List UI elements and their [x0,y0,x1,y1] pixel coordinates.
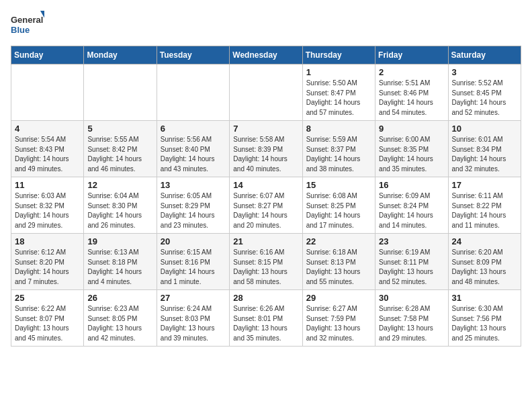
day-info: Sunrise: 6:22 AM Sunset: 8:07 PM Dayligh… [15,304,80,343]
day-number: 19 [87,236,152,246]
calendar-cell: 31Sunrise: 6:30 AM Sunset: 7:56 PM Dayli… [448,290,521,347]
day-info: Sunrise: 5:50 AM Sunset: 8:47 PM Dayligh… [306,79,371,118]
page-header: General Blue [11,11,521,39]
calendar-cell: 3Sunrise: 5:52 AM Sunset: 8:45 PM Daylig… [448,64,521,121]
day-number: 18 [15,236,80,246]
svg-text:Blue: Blue [11,25,30,35]
day-info: Sunrise: 6:27 AM Sunset: 7:59 PM Dayligh… [306,304,371,343]
calendar-cell: 30Sunrise: 6:28 AM Sunset: 7:58 PM Dayli… [375,290,448,347]
calendar-cell: 6Sunrise: 5:56 AM Sunset: 8:40 PM Daylig… [157,121,229,177]
day-number: 22 [306,236,371,246]
day-info: Sunrise: 5:58 AM Sunset: 8:39 PM Dayligh… [233,135,298,174]
day-info: Sunrise: 5:52 AM Sunset: 8:45 PM Dayligh… [452,79,517,118]
dow-header: Tuesday [157,46,229,64]
day-info: Sunrise: 6:18 AM Sunset: 8:13 PM Dayligh… [306,248,371,287]
calendar-cell: 11Sunrise: 6:03 AM Sunset: 8:32 PM Dayli… [11,177,84,234]
calendar-cell: 23Sunrise: 6:19 AM Sunset: 8:11 PM Dayli… [375,234,448,290]
calendar-cell: 1Sunrise: 5:50 AM Sunset: 8:47 PM Daylig… [302,64,375,121]
day-number: 2 [379,67,444,77]
dow-header: Monday [84,46,157,64]
day-info: Sunrise: 5:51 AM Sunset: 8:46 PM Dayligh… [379,79,444,118]
calendar-cell: 7Sunrise: 5:58 AM Sunset: 8:39 PM Daylig… [230,121,302,177]
logo: General Blue [11,11,44,39]
calendar-cell: 17Sunrise: 6:11 AM Sunset: 8:22 PM Dayli… [448,177,521,234]
day-info: Sunrise: 6:28 AM Sunset: 7:58 PM Dayligh… [379,304,444,343]
calendar-cell: 27Sunrise: 6:24 AM Sunset: 8:03 PM Dayli… [157,290,229,347]
calendar-cell: 25Sunrise: 6:22 AM Sunset: 8:07 PM Dayli… [11,290,84,347]
day-info: Sunrise: 6:23 AM Sunset: 8:05 PM Dayligh… [87,304,152,343]
day-info: Sunrise: 6:24 AM Sunset: 8:03 PM Dayligh… [161,304,226,343]
day-number: 11 [15,180,80,190]
calendar-cell: 26Sunrise: 6:23 AM Sunset: 8:05 PM Dayli… [84,290,157,347]
calendar-cell: 2Sunrise: 5:51 AM Sunset: 8:46 PM Daylig… [375,64,448,121]
day-number: 21 [233,236,298,246]
calendar-cell [84,64,157,121]
day-number: 28 [233,293,298,303]
day-number: 15 [306,180,371,190]
calendar-cell: 13Sunrise: 6:05 AM Sunset: 8:29 PM Dayli… [157,177,229,234]
calendar-cell: 9Sunrise: 6:00 AM Sunset: 8:35 PM Daylig… [375,121,448,177]
day-info: Sunrise: 6:00 AM Sunset: 8:35 PM Dayligh… [379,135,444,174]
day-info: Sunrise: 6:30 AM Sunset: 7:56 PM Dayligh… [452,304,517,343]
calendar-cell: 16Sunrise: 6:09 AM Sunset: 8:24 PM Dayli… [375,177,448,234]
day-info: Sunrise: 6:15 AM Sunset: 8:16 PM Dayligh… [161,248,226,287]
dow-header: Sunday [11,46,84,64]
day-number: 25 [15,293,80,303]
day-info: Sunrise: 6:26 AM Sunset: 8:01 PM Dayligh… [233,304,298,343]
day-number: 14 [233,180,298,190]
calendar-cell: 10Sunrise: 6:01 AM Sunset: 8:34 PM Dayli… [448,121,521,177]
day-number: 29 [306,293,371,303]
day-info: Sunrise: 5:56 AM Sunset: 8:40 PM Dayligh… [161,135,226,174]
calendar-cell: 22Sunrise: 6:18 AM Sunset: 8:13 PM Dayli… [302,234,375,290]
day-info: Sunrise: 6:12 AM Sunset: 8:20 PM Dayligh… [15,248,80,287]
calendar-cell: 8Sunrise: 5:59 AM Sunset: 8:37 PM Daylig… [302,121,375,177]
day-info: Sunrise: 6:13 AM Sunset: 8:18 PM Dayligh… [87,248,152,287]
day-number: 10 [452,124,517,134]
svg-text:General: General [11,15,43,25]
logo-svg: General Blue [11,11,44,39]
dow-header: Saturday [448,46,521,64]
calendar-cell: 29Sunrise: 6:27 AM Sunset: 7:59 PM Dayli… [302,290,375,347]
calendar-cell: 19Sunrise: 6:13 AM Sunset: 8:18 PM Dayli… [84,234,157,290]
calendar-cell: 15Sunrise: 6:08 AM Sunset: 8:25 PM Dayli… [302,177,375,234]
day-number: 6 [161,124,226,134]
day-number: 24 [452,236,517,246]
dow-header: Friday [375,46,448,64]
calendar-cell [157,64,229,121]
day-number: 27 [161,293,226,303]
day-number: 31 [452,293,517,303]
day-info: Sunrise: 6:03 AM Sunset: 8:32 PM Dayligh… [15,191,80,230]
calendar-cell: 20Sunrise: 6:15 AM Sunset: 8:16 PM Dayli… [157,234,229,290]
day-number: 12 [87,180,152,190]
day-info: Sunrise: 6:05 AM Sunset: 8:29 PM Dayligh… [161,191,226,230]
day-info: Sunrise: 6:04 AM Sunset: 8:30 PM Dayligh… [87,191,152,230]
dow-header: Wednesday [230,46,302,64]
day-info: Sunrise: 6:01 AM Sunset: 8:34 PM Dayligh… [452,135,517,174]
day-info: Sunrise: 6:09 AM Sunset: 8:24 PM Dayligh… [379,191,444,230]
day-info: Sunrise: 6:11 AM Sunset: 8:22 PM Dayligh… [452,191,517,230]
day-info: Sunrise: 5:54 AM Sunset: 8:43 PM Dayligh… [15,135,80,174]
calendar-cell: 28Sunrise: 6:26 AM Sunset: 8:01 PM Dayli… [230,290,302,347]
day-info: Sunrise: 6:19 AM Sunset: 8:11 PM Dayligh… [379,248,444,287]
calendar-cell [11,64,84,121]
day-number: 30 [379,293,444,303]
day-number: 5 [87,124,152,134]
day-number: 3 [452,67,517,77]
day-info: Sunrise: 6:07 AM Sunset: 8:27 PM Dayligh… [233,191,298,230]
day-number: 20 [161,236,226,246]
calendar-cell: 18Sunrise: 6:12 AM Sunset: 8:20 PM Dayli… [11,234,84,290]
calendar-cell: 14Sunrise: 6:07 AM Sunset: 8:27 PM Dayli… [230,177,302,234]
calendar-cell: 5Sunrise: 5:55 AM Sunset: 8:42 PM Daylig… [84,121,157,177]
dow-header: Thursday [302,46,375,64]
calendar-cell: 21Sunrise: 6:16 AM Sunset: 8:15 PM Dayli… [230,234,302,290]
day-number: 7 [233,124,298,134]
day-number: 16 [379,180,444,190]
day-number: 1 [306,67,371,77]
calendar-cell: 12Sunrise: 6:04 AM Sunset: 8:30 PM Dayli… [84,177,157,234]
calendar-table: SundayMondayTuesdayWednesdayThursdayFrid… [11,46,521,347]
day-number: 13 [161,180,226,190]
day-info: Sunrise: 6:20 AM Sunset: 8:09 PM Dayligh… [452,248,517,287]
day-info: Sunrise: 6:08 AM Sunset: 8:25 PM Dayligh… [306,191,371,230]
day-number: 17 [452,180,517,190]
calendar-cell: 4Sunrise: 5:54 AM Sunset: 8:43 PM Daylig… [11,121,84,177]
